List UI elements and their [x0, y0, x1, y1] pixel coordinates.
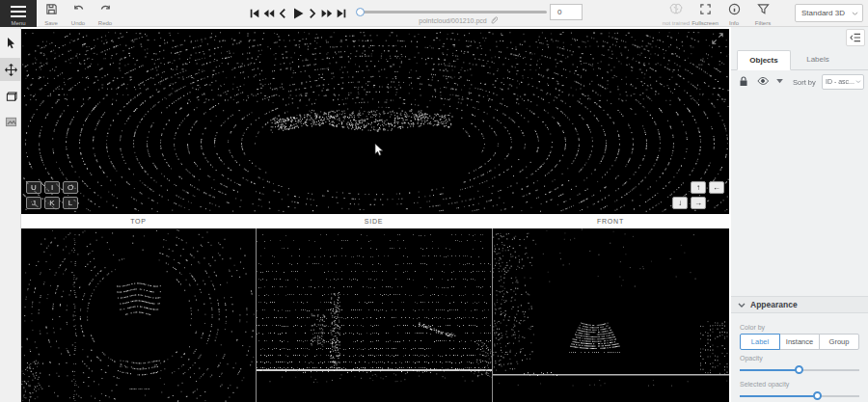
fullscreen-icon	[699, 3, 712, 15]
skip-last-button[interactable]	[334, 3, 348, 24]
menu-button[interactable]: Menu	[0, 0, 37, 27]
filters-button[interactable]: Filters	[748, 0, 777, 27]
side-view-label: SIDE	[256, 214, 492, 228]
appearance-title: Appearance	[750, 300, 798, 309]
brain-icon	[669, 3, 683, 15]
image-icon	[5, 117, 17, 127]
undo-icon	[72, 3, 85, 15]
visibility-icon[interactable]	[757, 76, 769, 86]
redo-icon	[99, 3, 112, 15]
point-cloud-canvas[interactable]	[21, 29, 729, 214]
filters-label: Filters	[745, 20, 781, 26]
filter-icon	[757, 3, 770, 15]
color-by-label: Color by	[740, 324, 859, 331]
redo-button[interactable]: Redo	[91, 0, 120, 27]
color-by-label-option[interactable]: Label	[740, 334, 780, 350]
hamburger-icon	[11, 6, 26, 20]
pointer-tool-button[interactable]	[0, 31, 21, 54]
left-toolbar	[0, 27, 21, 402]
sort-value: ID - asc...	[826, 78, 854, 85]
sort-select[interactable]: ID - asc...	[822, 74, 864, 90]
view-mode-value: Standard 3D	[801, 9, 845, 17]
view-mode-select[interactable]: Standard 3D	[795, 4, 863, 22]
arrow-right-button[interactable]: →	[691, 197, 706, 209]
selected-opacity-slider[interactable]	[740, 390, 859, 402]
skip-first-button[interactable]	[247, 3, 261, 24]
opacity-slider[interactable]	[740, 364, 859, 376]
chevron-down-icon	[855, 80, 861, 84]
hotkey-j-button[interactable]: J	[26, 197, 41, 209]
attachment-icon	[490, 15, 498, 24]
panel-layout-button[interactable]	[846, 29, 865, 46]
playback-controls	[247, 0, 348, 27]
timeline-thumb[interactable]	[356, 8, 365, 16]
fast-backward-button[interactable]	[261, 3, 276, 24]
cuboid-icon	[5, 92, 17, 102]
orthographic-views	[21, 228, 729, 402]
opacity-label: Opacity	[740, 355, 859, 362]
image-tool-button[interactable]	[0, 110, 21, 133]
frame-timeline-slider[interactable]	[358, 11, 547, 13]
next-frame-button[interactable]	[305, 3, 319, 24]
arrow-left-button[interactable]: ←	[709, 181, 724, 194]
mouse-cursor	[374, 143, 384, 157]
hotkey-u-button[interactable]: U	[26, 181, 41, 194]
filename-text: pointcloud/001210.pcd	[419, 17, 486, 24]
panel-tabs: Objects Labels	[731, 50, 868, 70]
hotkey-o-button[interactable]: O	[63, 181, 78, 194]
sort-by-label: Sort by	[793, 78, 816, 87]
current-file-label: pointcloud/001210.pcd	[376, 15, 540, 24]
panel-topbar	[731, 27, 868, 50]
play-button[interactable]	[290, 3, 305, 24]
topbar: Menu Save Undo Redo pointcloud/00121	[0, 0, 868, 27]
color-by-group-option[interactable]: Group	[819, 334, 859, 350]
front-view-canvas[interactable]	[493, 228, 729, 402]
camera-arrow-pad: ↑ ← ↓ →	[672, 181, 724, 209]
opacity-slider-thumb[interactable]	[795, 365, 803, 374]
move-tool-button[interactable]	[0, 58, 21, 81]
color-by-instance-option[interactable]: Instance	[779, 334, 820, 350]
expand-view-icon[interactable]	[712, 33, 723, 44]
list-layout-icon	[850, 33, 861, 42]
hotkey-i-button[interactable]: I	[44, 181, 60, 194]
camera-hotkey-pad: U I O J K L	[26, 181, 78, 209]
frame-number-input[interactable]	[550, 4, 583, 20]
collapse-chevron-icon	[738, 303, 746, 308]
chevron-down-icon	[852, 12, 858, 16]
side-view-canvas[interactable]	[257, 228, 492, 402]
hotkey-k-button[interactable]: K	[44, 197, 60, 209]
top-view-canvas[interactable]	[21, 228, 256, 402]
main-3d-view[interactable]: U I O J K L ↑ ← ↓ →	[21, 29, 729, 214]
move-icon	[5, 64, 17, 76]
objects-filter-row: Sort by ID - asc...	[731, 70, 868, 94]
hotkey-l-button[interactable]: L	[63, 197, 78, 209]
menu-label: Menu	[0, 20, 37, 26]
top-view-label: TOP	[21, 214, 256, 228]
lock-icon[interactable]	[739, 76, 748, 87]
appearance-section: Appearance Color by Label Instance Group…	[731, 296, 868, 402]
color-by-segmented-control: Label Instance Group	[740, 334, 859, 350]
arrow-up-button[interactable]: ↑	[691, 181, 706, 194]
cuboid-tool-button[interactable]	[0, 85, 21, 108]
selected-opacity-label: Selected opacity	[740, 381, 859, 388]
pointer-icon	[6, 37, 16, 49]
prev-frame-button[interactable]	[276, 3, 290, 24]
tab-objects[interactable]: Objects	[737, 50, 791, 70]
info-icon	[728, 3, 741, 15]
arrow-down-button[interactable]: ↓	[672, 197, 688, 209]
selected-opacity-slider-thumb[interactable]	[813, 391, 822, 400]
redo-label: Redo	[87, 20, 123, 26]
tab-labels[interactable]: Labels	[795, 50, 841, 70]
app-root: Menu Save Undo Redo pointcloud/00121	[0, 0, 868, 402]
objects-panel: Objects Labels Sort by ID - asc... Appea…	[731, 27, 868, 402]
viewport-label-strip: TOP SIDE FRONT	[21, 214, 729, 228]
appearance-header[interactable]: Appearance	[731, 296, 868, 313]
save-icon	[45, 3, 58, 15]
front-view-label: FRONT	[492, 214, 729, 228]
chevron-down-icon[interactable]	[776, 79, 783, 84]
fast-forward-button[interactable]	[319, 3, 334, 24]
